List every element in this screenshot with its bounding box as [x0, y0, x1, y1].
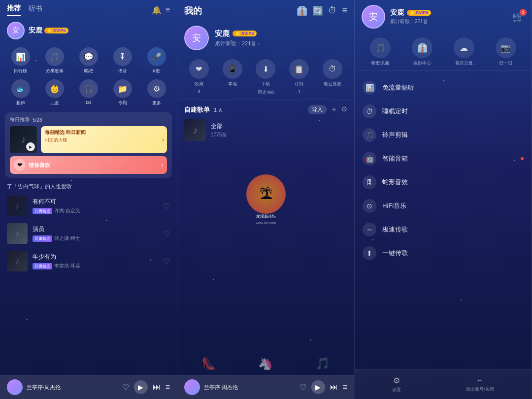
player-play-btn-2[interactable]: ▶ [311, 380, 325, 394]
cart-badge: 5 [520, 9, 527, 16]
like-card[interactable]: ❤ 猜你喜欢 › [10, 156, 167, 174]
cat-voice[interactable]: 🎙 语音 [107, 47, 138, 74]
timer-icon[interactable]: ⏱ [328, 5, 337, 16]
menu-smart-speaker[interactable]: 🤖 智能音箱 [355, 147, 532, 170]
cloud-icon: ☁ [454, 37, 474, 58]
playlist-item-all[interactable]: ♪ 全部 1775首 [177, 116, 354, 144]
album-thumb[interactable]: ♪ ▶ [10, 126, 37, 153]
player-menu-2[interactable]: ≡ [343, 383, 347, 392]
avatar-medium[interactable]: 安 [184, 26, 209, 50]
song-meta-1: 豆瓣精选 许嵩·自定义 [33, 207, 158, 214]
fan-center-icon: 👔 [412, 37, 432, 58]
free-flow-icon: 📊 [363, 81, 376, 95]
cat-ranking[interactable]: 📊 排行榜 [5, 47, 36, 74]
menu-item-text: HiFi音乐 [382, 201, 406, 210]
avatar[interactable]: 安 [7, 22, 25, 39]
song-item-3[interactable]: ♪ 年少有为 豆瓣精选 李荣浩·耳朵 ♡ [0, 247, 177, 275]
func-cloud[interactable]: ☁ 音乐云盘 [454, 37, 474, 66]
heart-icon-1[interactable]: ♡ [163, 201, 170, 211]
ranking-icon: 📊 [11, 47, 30, 66]
one-click-icon: ⬆ [363, 246, 376, 260]
cat-karaoke[interactable]: 🎤 K歌 [141, 47, 172, 74]
func-label: 听歌识曲 [371, 60, 389, 66]
func-fan-center[interactable]: 👔 装扮中心 [412, 37, 432, 66]
avatar-large-inner: 安 [363, 6, 384, 28]
panel-recommend: 推荐 听书 🔔 ≡ 安 安鹿 ⭐ SVIP6 📊 排行榜 🎵 分类歌单 [0, 0, 177, 399]
notification-icon[interactable]: 🔔 [152, 5, 162, 15]
player-heart-2[interactable]: ♡ [299, 383, 306, 392]
favorites-label: 收藏 [195, 81, 203, 87]
rec-card-daily[interactable]: 每刻精选 昨日新闻 叫面的大橘 › [41, 126, 167, 153]
menu-item-text: 铃声剪辑 [382, 131, 408, 139]
player-next[interactable]: ⏭ [153, 383, 161, 392]
voice-icon: 🎙 [113, 47, 132, 66]
add-playlist-btn[interactable]: ＋ [331, 105, 337, 114]
tab-local[interactable]: 📱 本地 [223, 59, 242, 96]
children-icon: 👶 [45, 79, 64, 98]
shoe-icon[interactable]: 👠 [201, 357, 216, 370]
tab-audiobook[interactable]: 听书 [29, 4, 42, 15]
horse-icon[interactable]: 🦄 [258, 357, 273, 370]
clothes-icon[interactable]: 👔 [297, 5, 307, 16]
avatar-large[interactable]: 安 [362, 5, 385, 29]
menu-icon[interactable]: ≡ [166, 5, 170, 15]
tab-download[interactable]: ⬇ 下载 历史498 [256, 59, 275, 96]
tab-recommend[interactable]: 推荐 [7, 4, 21, 16]
tab-favorites[interactable]: ❤ 收藏 3 [189, 59, 209, 96]
album-icon: 📁 [113, 79, 132, 98]
menu-equalizer[interactable]: 🎛 蛇形音效 [355, 170, 532, 194]
vip-badge-2: ⭐ SVIP6 [233, 31, 257, 36]
ringtone-icon: 🎵 [363, 128, 376, 142]
cat-sing[interactable]: 💬 唱吧 [73, 47, 104, 74]
import-btn[interactable]: 导入 [308, 105, 327, 114]
top-tab-icons: 🔔 ≡ [152, 5, 170, 15]
tab-subscribe[interactable]: 📋 订阅 1 [289, 59, 309, 96]
menu-one-click-transfer[interactable]: ⬆ 一键传歌 [355, 241, 532, 265]
profile-stats-2: 累计听歌：221首 › [215, 40, 347, 47]
settings-playlist-btn[interactable]: ⊙ [341, 105, 347, 114]
settings-btn[interactable]: ⚙ 设置 [392, 376, 401, 393]
tab-recent[interactable]: ⏱ 最近播放 [323, 59, 342, 96]
cart-button[interactable]: 🛒 5 [512, 11, 525, 23]
heart-icon-3[interactable]: ♡ [163, 257, 170, 266]
play-overlay[interactable]: ▶ [26, 142, 35, 151]
menu-ringtone-edit[interactable]: 🎵 铃声剪辑 [355, 123, 532, 147]
like-card-icon: ❤ [14, 159, 26, 171]
song-item-1[interactable]: ♪ 有何不可 豆瓣精选 许嵩·自定义 ♡ [0, 192, 177, 220]
cat-crosstalk[interactable]: 🐟 相声 [5, 79, 36, 106]
func-scan[interactable]: 📷 扫一扫 [496, 37, 516, 66]
profile-name-2: 安鹿 ⭐ SVIP6 [215, 29, 347, 38]
panel-settings: 安 安鹿 ⭐ SVIP6 累计听歌：221首 🛒 5 🎵 听歌识曲 👔 装扮中心 [355, 0, 532, 399]
panel3-bottom: ⚙ 设置 ← 退出账号/关闭 [355, 369, 532, 399]
user-info-row: 安 安鹿 ⭐ SVIP6 [0, 18, 177, 43]
player-next-2[interactable]: ⏭ [330, 383, 338, 392]
music-icon[interactable]: 🎵 [315, 357, 330, 370]
player-heart[interactable]: ♡ [122, 383, 129, 392]
cat-dj[interactable]: 🎧 DJ [73, 79, 104, 106]
cat-children[interactable]: 👶 儿童 [39, 79, 70, 106]
menu-sleep-timer[interactable]: ⏱ 睡眠定时 [355, 100, 532, 123]
daily-date: 每日推荐 [10, 116, 30, 123]
cat-label: 唱吧 [84, 68, 93, 74]
player-bar-2: 兰亭序·周杰伦 ♡ ▶ ⏭ ≡ [177, 375, 354, 399]
cat-playlist[interactable]: 🎵 分类歌单 [39, 47, 70, 74]
menu2-icon[interactable]: ≡ [342, 5, 347, 16]
logout-label: 退出账号/关闭 [466, 386, 494, 393]
logout-btn[interactable]: ← 退出账号/关闭 [466, 376, 494, 393]
menu-hifi[interactable]: ⊙ HiFi音乐 [355, 194, 532, 218]
func-music-recognize[interactable]: 🎵 听歌识曲 [370, 37, 391, 66]
p2-header: 我的 👔 🔄 ⏱ ≡ [177, 0, 354, 19]
song-item-2[interactable]: ♪ 演员 豆瓣精选 薛之谦·绅士 ♡ [0, 220, 177, 247]
heart-icon-2[interactable]: ♡ [163, 229, 170, 238]
song-artist-2: 薛之谦·绅士 [54, 235, 80, 242]
menu-free-flow[interactable]: 📊 免流量畅听 [355, 76, 532, 100]
download-icon: ⬇ [256, 59, 275, 79]
cat-more[interactable]: ⚙ 更多 [141, 79, 172, 106]
refresh-icon[interactable]: 🔄 [312, 5, 323, 16]
cat-album[interactable]: 📁 专辑 [107, 79, 138, 106]
player-menu[interactable]: ≡ [166, 383, 170, 392]
transfer-song-icon: ↔ [363, 223, 376, 236]
menu-transfer-song[interactable]: ↔ 极速传歌 [355, 218, 532, 241]
menu-item-text: 极速传歌 [382, 225, 408, 234]
player-play-btn[interactable]: ▶ [134, 380, 148, 394]
